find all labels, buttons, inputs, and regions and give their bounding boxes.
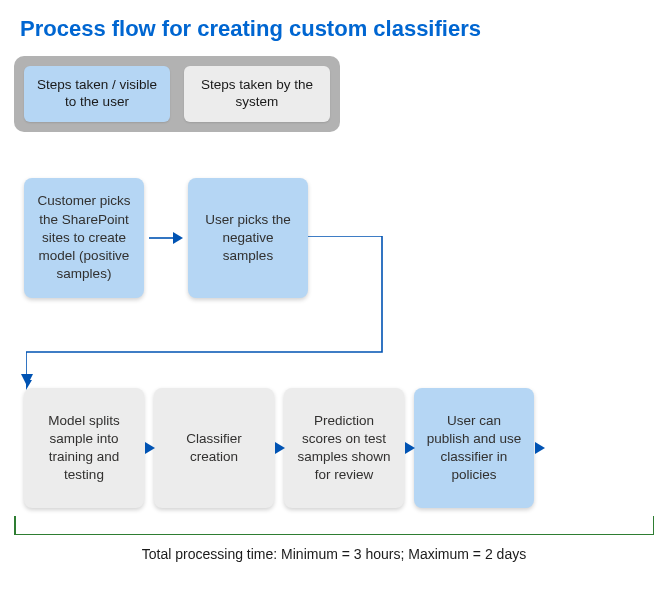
arrow-right-icon: [145, 439, 155, 457]
legend: Steps taken / visible to the user Steps …: [14, 56, 340, 132]
diagram-canvas: Process flow for creating custom classif…: [0, 0, 664, 596]
legend-user-steps: Steps taken / visible to the user: [24, 66, 170, 122]
step-classifier-creation: Classifier creation: [154, 388, 274, 508]
step-split-sample: Model splits sample into training and te…: [24, 388, 144, 508]
step-prediction-scores: Prediction scores on test samples shown …: [284, 388, 404, 508]
arrow-right-icon: [405, 439, 415, 457]
arrow-right-icon: [535, 439, 545, 457]
arrow-right-icon: [275, 439, 285, 457]
diagram-title: Process flow for creating custom classif…: [20, 16, 481, 42]
step-publish-use-classifier: User can publish and use classifier in p…: [414, 388, 534, 508]
svg-marker-8: [21, 374, 33, 386]
arrow-down-icon: [18, 374, 36, 388]
svg-marker-5: [535, 442, 545, 454]
legend-system-steps: Steps taken by the system: [184, 66, 330, 122]
svg-marker-2: [145, 442, 155, 454]
svg-marker-3: [275, 442, 285, 454]
processing-time-label: Total processing time: Minimum = 3 hours…: [14, 546, 654, 562]
svg-marker-4: [405, 442, 415, 454]
